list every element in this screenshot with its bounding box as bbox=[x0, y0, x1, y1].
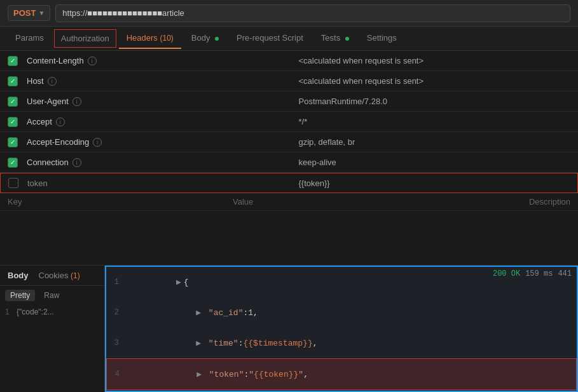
info-icon[interactable]: i bbox=[72, 158, 81, 167]
value-placeholder: Value bbox=[233, 197, 458, 206]
line-number: 1 bbox=[5, 308, 10, 316]
body-dot-icon bbox=[215, 37, 219, 41]
format-tab-pretty[interactable]: Pretty bbox=[5, 290, 35, 301]
status-size-label: 441 bbox=[558, 269, 572, 278]
table-row: ✓ Accept i */* bbox=[0, 112, 578, 132]
bottom-tab-cookies[interactable]: Cookies (1) bbox=[36, 269, 83, 281]
tests-dot-icon bbox=[345, 37, 349, 41]
format-tab-bar: Pretty Raw bbox=[0, 286, 104, 305]
format-tab-raw[interactable]: Raw bbox=[39, 290, 64, 301]
url-bar: POST ▼ bbox=[0, 0, 578, 27]
method-label: POST bbox=[13, 8, 36, 18]
header-value: */* bbox=[299, 117, 571, 126]
checkbox-content-length[interactable]: ✓ bbox=[8, 56, 27, 66]
header-value: <calculated when request is sent> bbox=[299, 76, 571, 86]
table-row: ✓ User-Agent i PostmanRuntime/7.28.0 bbox=[0, 91, 578, 112]
cookies-badge: (1) bbox=[71, 271, 80, 280]
tab-tests[interactable]: Tests bbox=[313, 28, 357, 49]
tab-headers[interactable]: Headers (10) bbox=[119, 28, 181, 49]
key-placeholder: Key bbox=[8, 197, 233, 206]
url-input[interactable] bbox=[55, 4, 570, 22]
headers-badge: (10) bbox=[160, 34, 173, 43]
main-container: POST ▼ Params Authorization Headers (10)… bbox=[0, 0, 578, 392]
expand-icon-3[interactable]: ▶ bbox=[196, 339, 201, 348]
response-preview: 1 {"code":2... bbox=[0, 305, 104, 319]
table-row: ✓ Host i <calculated when request is sen… bbox=[0, 71, 578, 91]
tab-bar: Params Authorization Headers (10) Body P… bbox=[0, 27, 578, 51]
line-number-2: 2 bbox=[106, 308, 127, 317]
info-icon[interactable]: i bbox=[88, 57, 97, 65]
line-number-1: 1 bbox=[106, 278, 127, 287]
info-icon[interactable]: i bbox=[56, 118, 65, 126]
bottom-left-panel: Body Cookies (1) Pretty Raw 1 {"code":2.… bbox=[0, 266, 105, 392]
headers-footer-row: Key Value Description bbox=[0, 193, 578, 211]
headers-table: ✓ Content-Length i <calculated when requ… bbox=[0, 51, 578, 211]
checkbox-user-agent[interactable]: ✓ bbox=[8, 97, 27, 107]
info-icon[interactable]: i bbox=[48, 77, 57, 86]
line-number-4: 4 bbox=[107, 370, 127, 379]
token-row: token {{token}} bbox=[0, 173, 578, 193]
line-number-3: 3 bbox=[106, 339, 127, 348]
headers-section: ✓ Content-Length i <calculated when requ… bbox=[0, 51, 578, 265]
table-row: ✓ Content-Length i <calculated when requ… bbox=[0, 51, 578, 71]
line-content-3: ▶ "time":{{$timestamp}}, bbox=[127, 328, 577, 358]
status-ok-label: 200 OK bbox=[493, 269, 520, 278]
expand-icon[interactable]: ▶ bbox=[176, 278, 181, 287]
tab-authorization[interactable]: Authorization bbox=[54, 29, 116, 48]
checkbox-connection[interactable]: ✓ bbox=[8, 158, 27, 168]
expand-icon-2[interactable]: ▶ bbox=[196, 308, 201, 318]
code-line-4: 4 ▶ "token":"{{token}}", bbox=[106, 358, 577, 390]
tab-pre-request-script[interactable]: Pre-request Script bbox=[229, 28, 311, 49]
table-row: ✓ Connection i keep-alive bbox=[0, 152, 578, 173]
code-line-3: 3 ▶ "time":{{$timestamp}}, bbox=[106, 328, 577, 358]
status-time-label: 159 ms bbox=[525, 269, 553, 278]
header-value: gzip, deflate, br bbox=[299, 137, 571, 147]
method-selector[interactable]: POST ▼ bbox=[8, 5, 50, 21]
checkbox-token[interactable] bbox=[8, 178, 27, 188]
header-value: <calculated when request is sent> bbox=[299, 56, 571, 65]
tab-settings[interactable]: Settings bbox=[359, 28, 404, 49]
token-value: {{token}} bbox=[299, 179, 570, 188]
header-value: keep-alive bbox=[299, 158, 571, 167]
status-bar: 200 OK 159 ms 441 bbox=[488, 267, 577, 281]
expand-icon-4[interactable]: ▶ bbox=[196, 370, 202, 379]
bottom-tab-body[interactable]: Body bbox=[5, 269, 31, 281]
info-icon[interactable]: i bbox=[72, 97, 81, 106]
desc-placeholder: Description bbox=[458, 197, 570, 206]
tab-params[interactable]: Params bbox=[8, 28, 52, 49]
table-row: ✓ Accept-Encoding i gzip, deflate, br bbox=[0, 132, 578, 152]
code-panel: 200 OK 159 ms 441 1 ▶{ 2 ▶ "ac_id":1, bbox=[105, 266, 578, 392]
method-chevron-icon: ▼ bbox=[38, 10, 45, 17]
tab-body[interactable]: Body bbox=[184, 28, 226, 49]
line-content-2: ▶ "ac_id":1, bbox=[127, 298, 577, 327]
checkbox-host[interactable]: ✓ bbox=[8, 76, 27, 86]
line-content-4: ▶ "token":"{{token}}", bbox=[127, 360, 576, 389]
bottom-tab-bar: Body Cookies (1) bbox=[0, 266, 104, 286]
bottom-section: Body Cookies (1) Pretty Raw 1 {"code":2.… bbox=[0, 265, 578, 392]
checkbox-accept-encoding[interactable]: ✓ bbox=[8, 137, 27, 147]
info-icon[interactable]: i bbox=[93, 138, 102, 147]
header-value: PostmanRuntime/7.28.0 bbox=[299, 97, 571, 106]
checkbox-accept[interactable]: ✓ bbox=[8, 117, 27, 127]
code-line-2: 2 ▶ "ac_id":1, bbox=[106, 297, 577, 328]
